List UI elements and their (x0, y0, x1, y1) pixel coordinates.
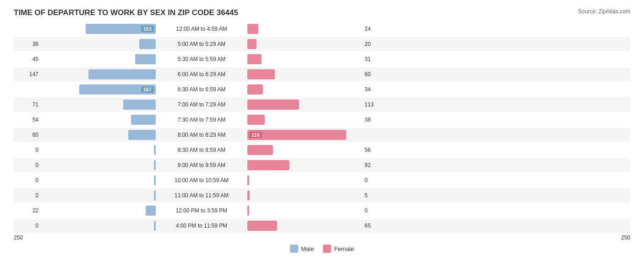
female-bar (247, 54, 262, 64)
female-bar-container (247, 190, 362, 201)
male-value: 0 (14, 223, 41, 229)
chart-container: TIME OF DEPARTURE TO WORK BY SEX IN ZIP … (0, 0, 644, 273)
male-bar-container: 153 (41, 24, 156, 34)
female-value: 113 (362, 101, 389, 108)
female-bar (247, 115, 265, 125)
male-value: 0 (14, 192, 41, 199)
legend-male-label: Male (301, 245, 314, 252)
table-row: 455:30 AM to 5:59 AM31 (14, 52, 630, 66)
male-value: 71 (14, 101, 41, 108)
male-bar: 167 (79, 84, 156, 95)
male-bar-container (41, 160, 156, 170)
axis-right: 250 (621, 234, 630, 241)
table-row: 010:00 AM to 10:59 AM0 (14, 173, 630, 187)
female-bar-container (247, 206, 362, 216)
female-bar-container (247, 54, 362, 64)
time-label: 12:00 AM to 4:59 AM (156, 26, 247, 32)
chart-area: 15312:00 AM to 4:59 AM24365:00 AM to 5:2… (14, 22, 630, 236)
legend: Male Female (14, 245, 630, 253)
male-value: 0 (14, 177, 41, 184)
time-label: 8:30 AM to 8:59 AM (156, 147, 247, 153)
axis-left: 250 (14, 234, 23, 241)
female-bar (247, 100, 299, 110)
female-bar (247, 221, 277, 231)
female-value: 38 (362, 117, 389, 123)
female-bar-container (247, 69, 362, 79)
female-value: 0 (362, 207, 389, 214)
male-bar (128, 130, 156, 140)
time-label: 10:00 AM to 10:59 AM (156, 177, 247, 184)
male-value: 147 (14, 71, 41, 78)
female-value: 20 (362, 41, 389, 47)
male-bar-container (41, 39, 156, 49)
female-bar (247, 24, 258, 34)
legend-female-label: Female (334, 245, 354, 252)
time-label: 6:30 AM to 6:59 AM (156, 86, 247, 93)
female-bar-container (247, 100, 362, 110)
male-bar-container (41, 130, 156, 140)
male-bar (88, 69, 156, 79)
female-badge: 216 (249, 132, 262, 138)
female-bar-container (247, 145, 362, 155)
axis-labels: 250 250 (14, 234, 630, 241)
legend-female: Female (323, 245, 354, 253)
table-row: 2212:00 PM to 3:59 PM0 (14, 204, 630, 217)
table-row: 608:00 AM to 8:29 AM216 (14, 128, 630, 142)
male-bar-container (41, 206, 156, 216)
male-value: 54 (14, 117, 41, 123)
chart-title: TIME OF DEPARTURE TO WORK BY SEX IN ZIP … (14, 8, 630, 17)
legend-male: Male (290, 245, 314, 253)
legend-male-box (290, 245, 298, 253)
time-label: 12:00 PM to 3:59 PM (156, 207, 247, 214)
legend-female-box (323, 245, 331, 253)
table-row: 717:00 AM to 7:29 AM113 (14, 98, 630, 111)
table-row: 547:30 AM to 7:59 AM38 (14, 113, 630, 127)
male-value: 0 (14, 147, 41, 153)
female-bar: 216 (247, 130, 346, 140)
female-bar (247, 160, 289, 170)
female-value: 65 (362, 223, 389, 229)
female-bar (247, 175, 249, 185)
female-bar-container (247, 175, 362, 185)
time-label: 11:00 AM to 11:59 AM (156, 192, 247, 199)
female-bar (247, 39, 257, 49)
male-badge: 167 (141, 86, 154, 93)
male-bar-container (41, 54, 156, 64)
table-row: 365:00 AM to 5:29 AM20 (14, 37, 630, 51)
time-label: 9:00 AM to 9:59 AM (156, 162, 247, 168)
female-value: 56 (362, 147, 389, 153)
female-value: 92 (362, 162, 389, 168)
male-badge: 153 (141, 26, 154, 32)
table-row: 15312:00 AM to 4:59 AM24 (14, 22, 630, 36)
female-value: 60 (362, 71, 389, 78)
male-value: 22 (14, 207, 41, 214)
time-label: 7:30 AM to 7:59 AM (156, 117, 247, 123)
female-bar (247, 190, 250, 201)
female-bar-container (247, 84, 362, 95)
time-label: 4:00 PM to 11:59 PM (156, 223, 247, 229)
male-bar-container (41, 190, 156, 201)
female-value: 5 (362, 192, 389, 199)
table-row: 011:00 AM to 11:59 AM5 (14, 189, 630, 202)
source-text: Source: ZipAtlas.com (578, 8, 630, 15)
female-bar-container (247, 221, 362, 231)
male-bar-container (41, 221, 156, 231)
female-bar-container: 216 (247, 130, 362, 140)
male-bar-container (41, 175, 156, 185)
female-bar (247, 206, 249, 216)
male-bar-container (41, 115, 156, 125)
female-value: 0 (362, 177, 389, 184)
table-row: 04:00 PM to 11:59 PM65 (14, 219, 630, 233)
male-bar-container: 167 (41, 84, 156, 95)
time-label: 7:00 AM to 7:29 AM (156, 101, 247, 108)
table-row: 08:30 AM to 8:59 AM56 (14, 143, 630, 157)
male-bar-container (41, 100, 156, 110)
male-bar (131, 115, 156, 125)
male-value: 36 (14, 41, 41, 47)
male-bar-container (41, 145, 156, 155)
time-label: 6:00 AM to 6:29 AM (156, 71, 247, 78)
table-row: 1476:00 AM to 6:29 AM60 (14, 67, 630, 81)
female-bar-container (247, 115, 362, 125)
female-bar (247, 69, 275, 79)
female-value: 31 (362, 56, 389, 62)
